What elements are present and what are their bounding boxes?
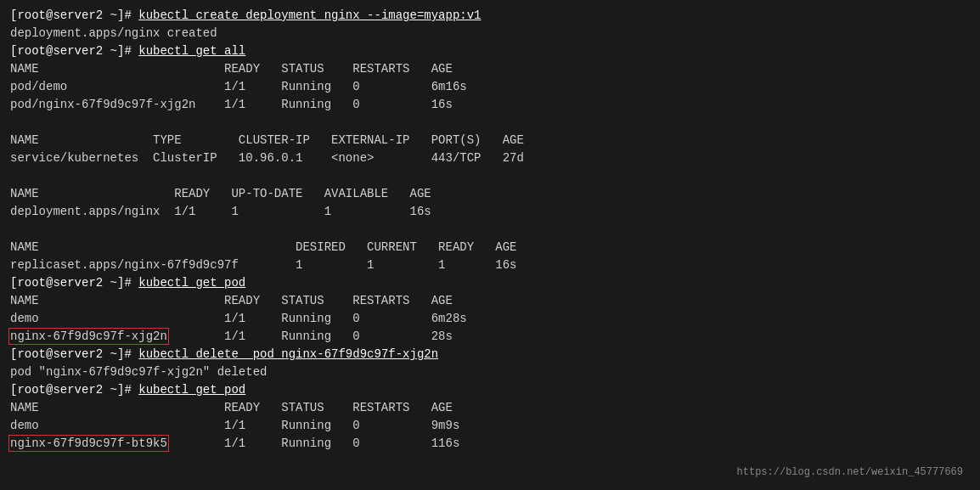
output-line: NAME READY STATUS RESTARTS AGE — [10, 292, 970, 310]
prompt: [root@server2 ~]# — [10, 383, 138, 397]
terminal-line: [root@server2 ~]# kubectl delete pod ngi… — [10, 346, 970, 363]
terminal-line: [root@server2 ~]# kubectl get all — [10, 42, 970, 60]
suffix-text: 1/1 Running 0 116s — [167, 436, 459, 450]
prompt: [root@server2 ~]# — [10, 276, 138, 290]
command: kubectl delete pod nginx-67f9d9c97f-xjg2… — [138, 347, 438, 361]
terminal-line: [root@server2 ~]# kubectl get pod — [10, 381, 970, 399]
output-line: pod/demo 1/1 Running 0 6m16s — [10, 78, 970, 96]
prompt: [root@server2 ~]# — [10, 347, 138, 361]
command: kubectl create deployment nginx --image=… — [138, 8, 481, 22]
terminal-line — [10, 167, 970, 185]
output-line: service/kubernetes ClusterIP 10.96.0.1 <… — [10, 149, 970, 167]
output-line: pod "nginx-67f9d9c97f-xjg2n" deleted — [10, 363, 970, 381]
output-line: NAME READY STATUS RESTARTS AGE — [10, 399, 970, 417]
terminal: [root@server2 ~]# kubectl create deploym… — [10, 7, 970, 483]
output-line: demo 1/1 Running 0 9m9s — [10, 417, 970, 435]
terminal-line — [10, 221, 970, 239]
output-line: NAME TYPE CLUSTER-IP EXTERNAL-IP PORT(S)… — [10, 132, 970, 149]
output-line-boxed: nginx-67f9d9c97f-bt9k5 1/1 Running 0 116… — [10, 435, 970, 453]
output-line: NAME DESIRED CURRENT READY AGE — [10, 239, 970, 256]
command: kubectl get pod — [138, 276, 245, 290]
command: kubectl get pod — [138, 383, 245, 397]
suffix-text: 1/1 Running 0 28s — [167, 329, 453, 343]
prompt: [root@server2 ~]# — [10, 44, 138, 58]
output-line: deployment.apps/nginx 1/1 1 1 16s — [10, 203, 970, 221]
terminal-line — [10, 114, 970, 132]
watermark: https://blog.csdn.net/weixin_45777669 — [737, 465, 963, 480]
boxed-text: nginx-67f9d9c97f-bt9k5 — [10, 436, 167, 450]
command: kubectl get all — [138, 44, 245, 58]
output-line: pod/nginx-67f9d9c97f-xjg2n 1/1 Running 0… — [10, 96, 970, 114]
output-line-boxed: nginx-67f9d9c97f-xjg2n 1/1 Running 0 28s — [10, 328, 970, 346]
terminal-line: [root@server2 ~]# kubectl get pod — [10, 274, 970, 292]
output-line: NAME READY STATUS RESTARTS AGE — [10, 60, 970, 78]
boxed-text: nginx-67f9d9c97f-xjg2n — [10, 329, 167, 343]
terminal-line: [root@server2 ~]# kubectl create deploym… — [10, 7, 970, 25]
output-line: NAME READY UP-TO-DATE AVAILABLE AGE — [10, 185, 970, 203]
output-line: demo 1/1 Running 0 6m28s — [10, 310, 970, 328]
output-line: deployment.apps/nginx created — [10, 25, 970, 42]
output-line: replicaset.apps/nginx-67f9d9c97f 1 1 1 1… — [10, 256, 970, 274]
prompt: [root@server2 ~]# — [10, 8, 138, 22]
